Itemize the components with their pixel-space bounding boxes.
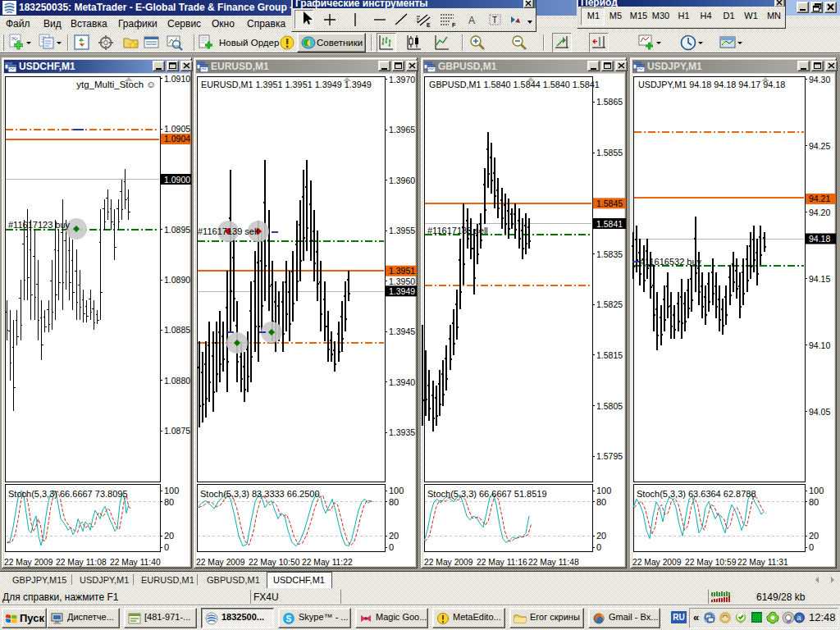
svg-text:1.5855: 1.5855: [596, 148, 623, 158]
svg-text:94.21: 94.21: [809, 194, 830, 203]
svg-text:1.3935: 1.3935: [389, 427, 415, 437]
svg-text:1.3940: 1.3940: [389, 377, 415, 387]
svg-text:0: 0: [389, 542, 394, 552]
svg-text:#11617139 sell: #11617139 sell: [198, 226, 258, 236]
svg-text:S: S: [286, 614, 292, 623]
svg-text:1.0904: 1.0904: [164, 134, 190, 144]
svg-text:1.3955: 1.3955: [389, 226, 415, 235]
svg-text:100: 100: [596, 486, 611, 495]
svg-text:22 May 2009: 22 May 2009: [196, 558, 245, 567]
svg-text:1.3950: 1.3950: [389, 276, 415, 286]
svg-text:0: 0: [809, 542, 814, 552]
svg-text:EURUSD,M1 1.3951 1.3951 1.394: EURUSD,M1 1.3951 1.3951 1.3949 1.3949: [201, 80, 372, 89]
svg-text:80: 80: [389, 497, 399, 507]
svg-text:1.5835: 1.5835: [596, 249, 623, 259]
svg-text:1.5825: 1.5825: [596, 299, 623, 309]
svg-text:#11616532 buy: #11616532 buy: [640, 257, 702, 267]
svg-text:80: 80: [596, 497, 606, 507]
svg-text:80: 80: [164, 497, 174, 507]
svg-text:1.0900: 1.0900: [164, 175, 190, 185]
svg-text:1.0885: 1.0885: [164, 325, 190, 335]
svg-text:1.0910: 1.0910: [164, 74, 190, 84]
svg-text:22 May 11:40: 22 May 11:40: [110, 558, 161, 567]
svg-text:100: 100: [809, 486, 824, 495]
svg-text:USDJPY,M1 94.18 94.18 94.17 9: USDJPY,M1 94.18 94.18 94.17 94.18: [638, 80, 785, 89]
svg-text:1.0905: 1.0905: [164, 124, 190, 134]
svg-text:#11617123 buy: #11617123 buy: [8, 220, 71, 230]
svg-text:1.0880: 1.0880: [164, 376, 190, 386]
svg-text:ytg_Multi_Stoch ☺: ytg_Multi_Stoch ☺: [76, 80, 156, 89]
svg-text:A: A: [468, 15, 475, 26]
svg-text:E: E: [427, 22, 431, 28]
svg-text:1.3960: 1.3960: [389, 176, 415, 185]
svg-text:20: 20: [389, 531, 399, 541]
svg-text:22 May 11:48: 22 May 11:48: [528, 558, 579, 567]
svg-text:1.3949: 1.3949: [389, 286, 415, 296]
svg-text:94.05: 94.05: [809, 407, 830, 417]
svg-text:1.3965: 1.3965: [389, 125, 415, 135]
svg-text:22 May 2009: 22 May 2009: [424, 558, 473, 567]
svg-text:1.0895: 1.0895: [164, 225, 190, 235]
svg-text:1.5845: 1.5845: [596, 199, 623, 208]
svg-text:1.0890: 1.0890: [164, 275, 190, 285]
svg-text:22 May 2009: 22 May 2009: [4, 558, 53, 567]
svg-text:22 May 10:59: 22 May 10:59: [685, 558, 737, 567]
svg-text:1.3970: 1.3970: [389, 75, 415, 84]
svg-text:Stoch(5,3,3) 83.3333 66.2500: Stoch(5,3,3) 83.3333 66.2500: [200, 489, 320, 499]
svg-text:F: F: [452, 22, 456, 28]
svg-text:#11617188 sell: #11617188 sell: [427, 226, 488, 235]
svg-text:94.30: 94.30: [809, 75, 830, 84]
svg-text:1.3951: 1.3951: [389, 266, 415, 276]
svg-text:94.20: 94.20: [809, 208, 830, 217]
svg-text:1.0875: 1.0875: [164, 426, 190, 436]
svg-text:T: T: [492, 16, 497, 25]
svg-text:1.5815: 1.5815: [596, 350, 623, 360]
svg-text:0: 0: [596, 542, 601, 552]
svg-text:1.5805: 1.5805: [596, 401, 623, 411]
svg-text:100: 100: [389, 486, 404, 495]
svg-text:1.5795: 1.5795: [596, 451, 623, 461]
svg-text:22 May 11:22: 22 May 11:22: [302, 558, 353, 567]
svg-text:100: 100: [164, 486, 179, 495]
svg-text:0: 0: [164, 542, 169, 552]
svg-text:Stoch(5,3,3) 66.6667 73.8095: Stoch(5,3,3) 66.6667 73.8095: [8, 489, 128, 499]
svg-text:20: 20: [809, 531, 819, 541]
svg-text:1.3945: 1.3945: [389, 326, 415, 336]
svg-text:20: 20: [164, 531, 174, 541]
svg-text:94.25: 94.25: [809, 141, 830, 151]
svg-text:94.10: 94.10: [809, 340, 830, 350]
svg-text:1.5841: 1.5841: [596, 219, 623, 229]
svg-text:22 May 11:31: 22 May 11:31: [737, 558, 788, 567]
svg-text:22 May 11:08: 22 May 11:08: [56, 558, 107, 567]
svg-text:22 May 10:50: 22 May 10:50: [249, 558, 300, 567]
svg-text:GBPUSD,M1 1.5840 1.5844 1.584: GBPUSD,M1 1.5840 1.5844 1.5840 1.5841: [429, 80, 600, 89]
svg-text:22 May 2009: 22 May 2009: [632, 558, 682, 567]
svg-text:22 May 11:16: 22 May 11:16: [477, 558, 527, 567]
svg-text:94.15: 94.15: [809, 274, 830, 284]
svg-text:Stoch(5,3,3) 63.6364 62.8788: Stoch(5,3,3) 63.6364 62.8788: [637, 489, 756, 499]
svg-text:94.18: 94.18: [809, 234, 830, 244]
svg-text:80: 80: [809, 497, 819, 507]
svg-text:20: 20: [596, 531, 606, 541]
svg-text:Stoch(5,3,3) 66.6667 51.8519: Stoch(5,3,3) 66.6667 51.8519: [427, 489, 547, 499]
svg-text:1.5865: 1.5865: [596, 97, 623, 107]
